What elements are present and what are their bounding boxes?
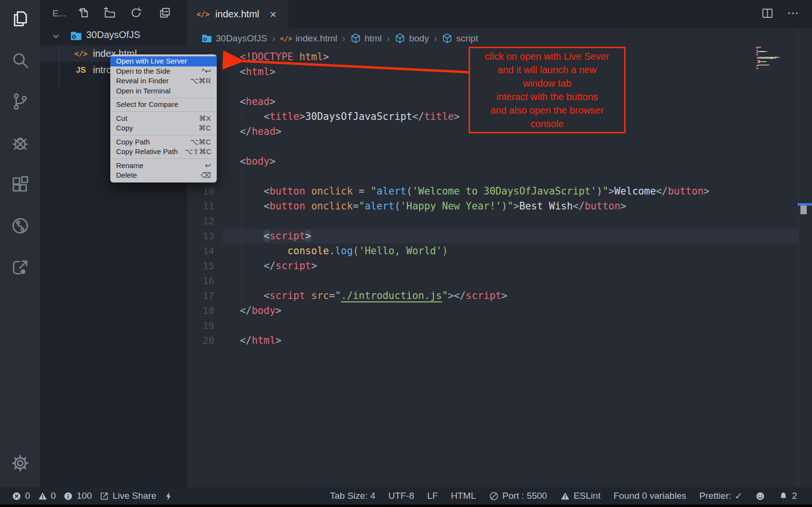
minimap-token: [762, 61, 766, 62]
split-editor-button[interactable]: [761, 7, 774, 22]
menu-item-select-for-compare[interactable]: Select for Compare: [110, 100, 217, 110]
menu-item-cut[interactable]: Cut⌘X: [110, 114, 217, 124]
settings-button[interactable]: [0, 454, 40, 475]
line-number: 20: [187, 333, 221, 348]
menu-item-open-with-live-server[interactable]: Open with Live Server: [110, 56, 217, 66]
bell-icon: [778, 491, 788, 501]
activity-bar-run-debug[interactable]: [0, 133, 40, 155]
tab-close-icon[interactable]: ×: [270, 10, 276, 19]
symbol-cube-icon: [394, 33, 406, 44]
breadcrumb-item-index-html[interactable]: </>index.html: [280, 33, 337, 44]
html-file-icon: </>: [280, 35, 292, 42]
menu-item-shortcut: ⌘X: [199, 114, 211, 124]
activity-bar-live-share[interactable]: [0, 257, 40, 279]
annotation-text-line: interact with the buttons: [470, 90, 624, 104]
status-feedback[interactable]: [755, 491, 765, 501]
status-prettier[interactable]: Prettier:✓: [699, 491, 742, 501]
minimap-token: [760, 47, 761, 48]
code-line-10: <button onclick = "alert('Welcome to 30D…: [223, 184, 798, 199]
status-warnings[interactable]: 0: [38, 491, 56, 501]
status-eol[interactable]: LF: [427, 491, 438, 501]
minimap[interactable]: [756, 47, 799, 76]
status-lightning[interactable]: [164, 491, 174, 501]
tree-root-folder[interactable]: 30DaysOfJS: [40, 27, 187, 44]
new-file-icon: [78, 13, 91, 21]
collapse-all-button[interactable]: [158, 6, 172, 20]
line-number: 17: [187, 288, 221, 303]
status-notifications-label: 2: [792, 491, 797, 501]
menu-item-copy[interactable]: Copy⌘C: [110, 123, 217, 133]
collapse-all-icon: [158, 13, 171, 21]
status-live-share[interactable]: Live Share: [99, 491, 157, 501]
code-line-11: <button onclick="alert('Happy New Year!'…: [223, 199, 798, 214]
menu-item-label: Open to the Side: [116, 66, 170, 77]
status-infos[interactable]: 100: [63, 491, 92, 501]
menu-item-open-to-the-side[interactable]: Open to the Side^↩: [110, 66, 217, 77]
menu-item-rename[interactable]: Rename↩: [110, 161, 217, 171]
new-folder-icon: [103, 13, 116, 21]
refresh-button[interactable]: [130, 6, 143, 20]
minimap-token: [758, 68, 759, 69]
annotation-text-line: and also open the browser: [470, 104, 624, 117]
status-variables[interactable]: Found 0 variables: [614, 491, 686, 501]
code-line-20: </html>: [223, 333, 798, 348]
js-file-icon: JS: [73, 65, 89, 75]
minimap-token: [779, 57, 780, 58]
line-number: 10: [187, 184, 221, 199]
activity-bar-explorer[interactable]: [0, 9, 40, 31]
status-eol-label: LF: [427, 491, 438, 501]
share-box-icon: [99, 491, 109, 501]
menu-separator: [111, 98, 216, 98]
ellipsis-icon: [786, 13, 799, 21]
symbol-cube-icon: [350, 33, 361, 44]
scrollbar-thumb[interactable]: [800, 206, 807, 214]
status-infos-label: 100: [77, 491, 92, 501]
breadcrumb-separator: ›: [434, 33, 437, 44]
status-errors[interactable]: 0: [12, 491, 30, 501]
status-language-mode[interactable]: HTML: [451, 491, 476, 501]
status-eslint[interactable]: ESLint: [560, 491, 601, 501]
status-errors-label: 0: [25, 491, 30, 501]
root-folder-label: 30DaysOfJS: [86, 29, 140, 40]
menu-item-shortcut: ⌘C: [198, 123, 211, 133]
activity-bar-search[interactable]: [0, 50, 40, 72]
status-live-share-label: Live Share: [113, 491, 157, 501]
status-encoding[interactable]: UTF-8: [388, 491, 414, 501]
minimap-token: [760, 51, 765, 52]
activity-bar-extensions[interactable]: [0, 174, 40, 196]
minimap-token: [758, 54, 758, 55]
minimap-token: [758, 65, 759, 66]
breadcrumb-item-30DaysOfJS[interactable]: 30DaysOfJS: [201, 33, 267, 44]
menu-item-shortcut: ↩: [205, 161, 211, 171]
new-folder-button[interactable]: [103, 6, 117, 20]
status-live-server-port[interactable]: Port : 5500: [489, 491, 547, 501]
menu-item-label: Copy Relative Path: [116, 147, 178, 157]
breadcrumb-item-script[interactable]: script: [442, 33, 478, 44]
tab-index-html[interactable]: </> index.html ×: [187, 0, 288, 28]
menu-item-shortcut: ⌥⌘R: [190, 76, 211, 86]
more-actions-button[interactable]: [786, 7, 799, 22]
breadcrumb-item-html[interactable]: html: [350, 33, 382, 44]
activity-bar: [0, 0, 40, 487]
new-file-button[interactable]: [78, 6, 91, 20]
menu-item-open-in-terminal[interactable]: Open in Terminal: [110, 86, 217, 96]
code-line-18: </body>: [223, 303, 798, 318]
menu-item-copy-path[interactable]: Copy Path⌥⌘C: [110, 137, 217, 147]
line-number: 18: [187, 303, 221, 318]
indent-guide: [241, 109, 242, 124]
status-notifications[interactable]: 2: [778, 491, 797, 501]
menu-item-copy-relative-path[interactable]: Copy Relative Path⌥⇧⌘C: [110, 147, 217, 157]
status-tab-size[interactable]: Tab Size: 4: [330, 491, 375, 501]
activity-bar-source-control[interactable]: [0, 91, 40, 114]
git-branch-icon: [11, 92, 30, 113]
menu-item-label: Select for Compare: [116, 100, 178, 110]
activity-bar-timeline[interactable]: [0, 216, 40, 238]
code-line-16: [223, 273, 798, 288]
code-line-8: <body>: [223, 154, 798, 169]
gear-icon: [11, 454, 30, 475]
menu-item-reveal-in-finder[interactable]: Reveal in Finder⌥⌘R: [110, 76, 217, 86]
menu-item-delete[interactable]: Delete⌫: [110, 170, 217, 181]
breadcrumb-item-body[interactable]: body: [394, 33, 429, 44]
line-number: 14: [187, 244, 221, 259]
breadcrumb: 30DaysOfJS›</>index.html›html›body›scrip…: [187, 28, 812, 48]
